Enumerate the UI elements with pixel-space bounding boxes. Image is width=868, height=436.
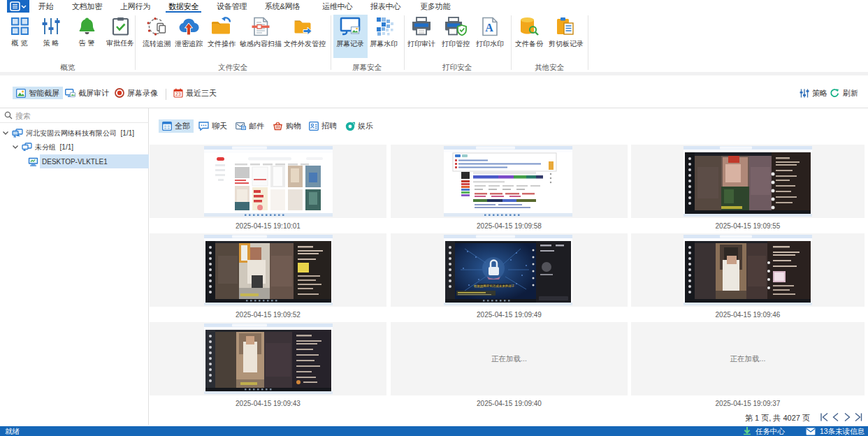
svg-text:A: A bbox=[485, 22, 493, 34]
svg-text:有效拥抱变化活成未来的样子: 有效拥抱变化活成未来的样子 bbox=[474, 284, 515, 289]
svg-text:23: 23 bbox=[175, 92, 181, 96]
